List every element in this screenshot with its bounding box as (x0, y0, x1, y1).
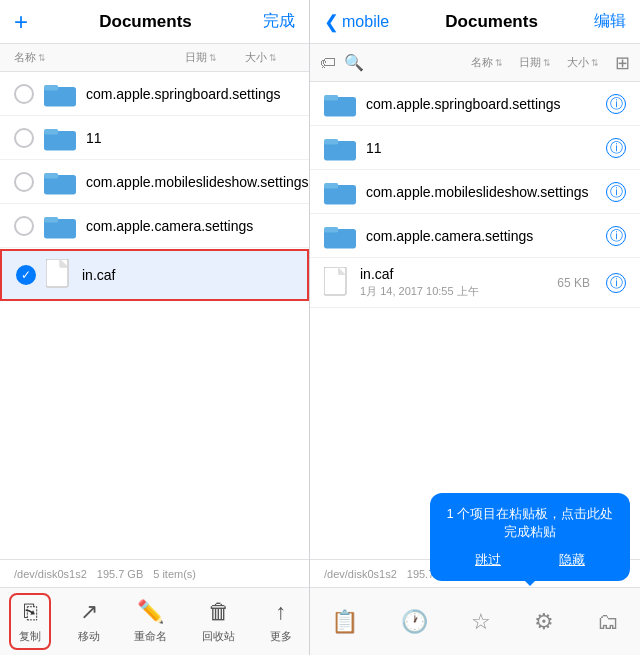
right-toolbar: 📋 🕐 ☆ ⚙ 🗂 (310, 587, 640, 655)
toolbar-paste[interactable]: 📋 (323, 605, 366, 639)
svg-rect-3 (44, 129, 58, 134)
right-header: ❮ mobile Documents 编辑 (310, 0, 640, 44)
radio-circle[interactable] (14, 128, 34, 148)
file-name: 11 (366, 140, 596, 156)
table-row[interactable]: 11 ⓘ (310, 126, 640, 170)
view-toggle-icon[interactable]: ⊞ (615, 52, 630, 74)
toolbar-files[interactable]: 🗂 (589, 605, 627, 639)
file-name: com.apple.camera.settings (366, 228, 596, 244)
left-file-list: com.apple.springboard.settings 11 (0, 72, 309, 559)
back-label: mobile (342, 13, 389, 31)
move-label: 移动 (78, 629, 100, 644)
rename-label: 重命名 (134, 629, 167, 644)
col-date-header[interactable]: 日期 ⇅ (185, 50, 245, 65)
folder-icon (44, 125, 76, 151)
left-footer-size: 195.7 GB (97, 568, 143, 580)
copy-icon: ⎘ (24, 599, 37, 625)
add-button[interactable]: + (14, 10, 28, 34)
svg-rect-7 (44, 217, 58, 222)
right-panel-title: Documents (389, 12, 594, 32)
file-size: 65 KB (557, 276, 590, 290)
svg-rect-18 (324, 267, 346, 295)
info-button[interactable]: ⓘ (606, 273, 626, 293)
col-size-header[interactable]: 大小 ⇅ (245, 50, 295, 65)
move-icon: ↗ (80, 599, 98, 625)
right-col-date-hdr[interactable]: 日期 ⇅ (519, 55, 551, 70)
toolbar-settings[interactable]: ⚙ (526, 605, 562, 639)
star-icon: ☆ (471, 609, 491, 635)
table-row[interactable]: com.apple.springboard.settings (0, 72, 309, 116)
svg-rect-1 (44, 85, 58, 90)
copy-label: 复制 (19, 629, 41, 644)
radio-circle-checked[interactable] (16, 265, 36, 285)
left-header: + Documents 完成 (0, 0, 309, 44)
edit-button[interactable]: 编辑 (594, 11, 626, 32)
folder-icon (324, 91, 356, 117)
hide-button[interactable]: 隐藏 (559, 551, 585, 569)
radio-circle[interactable] (14, 216, 34, 236)
table-row[interactable]: com.apple.camera.settings (0, 204, 309, 248)
info-button[interactable]: ⓘ (606, 138, 626, 158)
files-icon: 🗂 (597, 609, 619, 635)
left-footer-path: /dev/disk0s1s2 (14, 568, 87, 580)
file-name: com.apple.springboard.settings (366, 96, 596, 112)
left-footer: /dev/disk0s1s2 195.7 GB 5 item(s) (0, 559, 309, 587)
file-name: com.apple.mobileslideshow.settings (366, 184, 596, 200)
info-button[interactable]: ⓘ (606, 182, 626, 202)
toolbar-star[interactable]: ☆ (463, 605, 499, 639)
folder-icon (324, 135, 356, 161)
paste-icon: 📋 (331, 609, 358, 635)
file-name-selected: in.caf (82, 267, 293, 283)
file-date: 1月 14, 2017 10:55 上午 (360, 284, 547, 299)
right-panel: ❮ mobile Documents 编辑 🏷 🔍 名称 ⇅ 日期 ⇅ 大小 ⇅ (310, 0, 640, 655)
table-row-selected[interactable]: in.caf (0, 249, 309, 301)
toolbar-copy[interactable]: ⎘ 复制 (9, 593, 51, 650)
toolbar-rename[interactable]: ✏️ 重命名 (126, 595, 175, 648)
file-name: com.apple.springboard.settings (86, 86, 295, 102)
skip-button[interactable]: 跳过 (475, 551, 501, 569)
svg-rect-5 (44, 173, 58, 178)
file-name: com.apple.mobileslideshow.settings (86, 174, 309, 190)
toolbar-move[interactable]: ↗ 移动 (70, 595, 108, 648)
col-name-header[interactable]: 名称 ⇅ (14, 50, 185, 65)
radio-circle[interactable] (14, 84, 34, 104)
paste-popup[interactable]: 1 个项目在粘贴板，点击此处完成粘贴 跳过 隐藏 (430, 493, 630, 581)
file-name: in.caf (360, 266, 547, 282)
right-file-list: com.apple.springboard.settings ⓘ 11 ⓘ (310, 82, 640, 559)
toolbar-recent[interactable]: 🕐 (393, 605, 436, 639)
toolbar-more[interactable]: ↑ 更多 (262, 595, 300, 648)
chevron-left-icon: ❮ (324, 11, 339, 33)
right-name-sort-icon: ⇅ (495, 58, 503, 68)
table-row[interactable]: 11 (0, 116, 309, 160)
right-size-sort-icon: ⇅ (591, 58, 599, 68)
info-button[interactable]: ⓘ (606, 226, 626, 246)
file-detail: in.caf 1月 14, 2017 10:55 上午 (360, 266, 547, 299)
search-icon[interactable]: 🔍 (344, 53, 364, 72)
file-name: 11 (86, 130, 295, 146)
svg-rect-11 (324, 95, 338, 100)
clock-icon: 🕐 (401, 609, 428, 635)
back-button[interactable]: ❮ mobile (324, 11, 389, 33)
table-row[interactable]: com.apple.mobileslideshow.settings (0, 160, 309, 204)
paste-popup-actions: 跳过 隐藏 (446, 551, 614, 569)
right-col-name-hdr[interactable]: 名称 ⇅ (471, 55, 503, 70)
left-panel-title: Documents (28, 12, 263, 32)
left-footer-items: 5 item(s) (153, 568, 196, 580)
folder-icon (324, 223, 356, 249)
table-row[interactable]: com.apple.mobileslideshow.settings ⓘ (310, 170, 640, 214)
gear-icon: ⚙ (534, 609, 554, 635)
folder-icon (44, 213, 76, 239)
table-row[interactable]: com.apple.camera.settings ⓘ (310, 214, 640, 258)
radio-circle[interactable] (14, 172, 34, 192)
more-label: 更多 (270, 629, 292, 644)
complete-button[interactable]: 完成 (263, 11, 295, 32)
rename-icon: ✏️ (137, 599, 164, 625)
size-sort-icon: ⇅ (269, 53, 277, 63)
folder-icon (44, 169, 76, 195)
table-row[interactable]: in.caf 1月 14, 2017 10:55 上午 65 KB ⓘ (310, 258, 640, 308)
info-button[interactable]: ⓘ (606, 94, 626, 114)
tag-icon: 🏷 (320, 54, 336, 72)
table-row[interactable]: com.apple.springboard.settings ⓘ (310, 82, 640, 126)
right-col-size-hdr[interactable]: 大小 ⇅ (567, 55, 599, 70)
toolbar-trash[interactable]: 🗑 回收站 (194, 595, 243, 648)
